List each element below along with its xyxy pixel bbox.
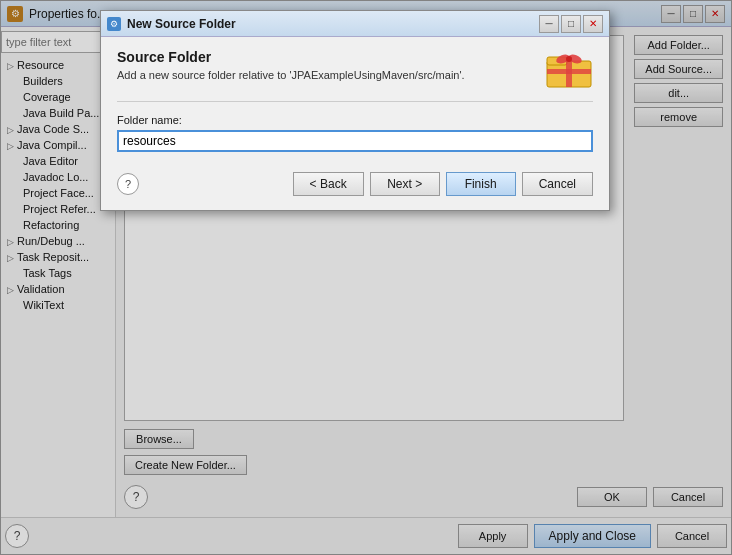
modal-titlebar-controls: ─ □ ✕	[539, 15, 603, 33]
modal-header: Source Folder Add a new source folder re…	[117, 49, 593, 89]
modal-overlay: ⚙ New Source Folder ─ □ ✕ Source Folder …	[0, 0, 732, 555]
back-button[interactable]: < Back	[293, 172, 364, 196]
modal-icon: ⚙	[107, 17, 121, 31]
modal-title: New Source Folder	[127, 17, 539, 31]
divider	[117, 101, 593, 102]
modal-titlebar: ⚙ New Source Folder ─ □ ✕	[101, 11, 609, 37]
folder-name-label: Folder name:	[117, 114, 593, 126]
modal-body: Source Folder Add a new source folder re…	[101, 37, 609, 164]
svg-point-6	[566, 56, 572, 62]
finish-button[interactable]: Finish	[446, 172, 516, 196]
modal-cancel-button[interactable]: Cancel	[522, 172, 593, 196]
modal-buttons: ? < Back Next > Finish Cancel	[101, 164, 609, 210]
folder-gift-icon	[545, 49, 593, 89]
modal-header-text: Source Folder Add a new source folder re…	[117, 49, 533, 81]
modal-close-button[interactable]: ✕	[583, 15, 603, 33]
source-folder-title: Source Folder	[117, 49, 533, 65]
modal-maximize-button[interactable]: □	[561, 15, 581, 33]
svg-rect-3	[547, 69, 591, 74]
source-folder-subtitle: Add a new source folder relative to 'JPA…	[117, 69, 533, 81]
modal-minimize-button[interactable]: ─	[539, 15, 559, 33]
folder-icon	[545, 49, 593, 89]
modal-help-button[interactable]: ?	[117, 173, 139, 195]
folder-name-section: Folder name:	[117, 114, 593, 152]
folder-name-input[interactable]	[117, 130, 593, 152]
new-source-folder-dialog: ⚙ New Source Folder ─ □ ✕ Source Folder …	[100, 10, 610, 211]
next-button[interactable]: Next >	[370, 172, 440, 196]
